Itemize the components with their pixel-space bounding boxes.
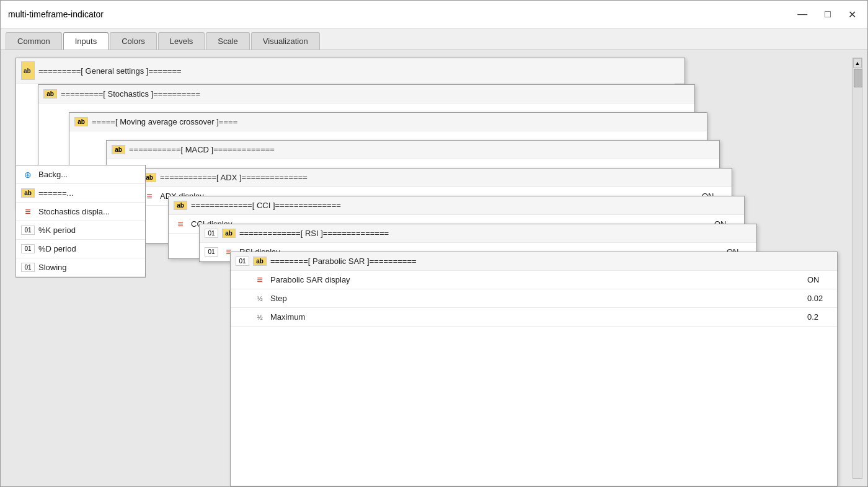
cci-header-label: =============[ CCI ]============== [191, 201, 739, 210]
title-bar: multi-timeframe-indicator — □ ✕ [1, 1, 867, 29]
content-area: ab =========[ General settings ]======= … [1, 50, 867, 486]
tab-inputs[interactable]: Inputs [63, 32, 108, 50]
step-value: 0.02 [807, 294, 832, 303]
cci-header-row: ab =============[ CCI ]============== [169, 196, 744, 215]
rsi-header-label: =============[ RSI ]============== [239, 229, 751, 238]
main-scrollbar[interactable]: ▲ [852, 58, 862, 479]
window-controls: — □ ✕ [794, 7, 860, 22]
macd-ab-icon: ab [112, 145, 125, 154]
scroll-thumb[interactable] [854, 69, 862, 87]
parabolic-header-row: 01 ab ========[ Parabolic SAR ]=========… [231, 252, 837, 271]
general-header-row: ab =========[ General settings ]======= [16, 58, 684, 84]
maximum-half-icon: ½ [253, 314, 267, 321]
parabolic-display-value: ON [807, 275, 832, 284]
close-button[interactable]: ✕ [844, 7, 860, 22]
main-window: multi-timeframe-indicator — □ ✕ Common I… [0, 0, 868, 487]
sidebar-panel: ⊕ Backg... ab ======... ≡ Stochastics di… [16, 165, 146, 278]
sidebar-stoch-label: Stochastics displa... [38, 207, 140, 216]
rsi-ab-icon: ab [222, 229, 236, 238]
tab-levels[interactable]: Levels [158, 32, 205, 50]
ab-icon: ab [21, 61, 35, 80]
cci-ab-icon: ab [174, 201, 187, 210]
moving-avg-header-row: ab =====[ Moving average crossover ]==== [69, 113, 707, 131]
stochastics-header-row: ab =========[ Stochastics ]========== [38, 85, 694, 103]
tab-bar: Common Inputs Colors Levels Scale Visual… [1, 29, 867, 50]
tab-visualization[interactable]: Visualization [251, 32, 320, 50]
step-label: Step [270, 294, 802, 303]
parabolic-ab-icon: ab [253, 257, 267, 266]
sidebar-ab-row: ab ======... [16, 184, 145, 203]
sidebar-lines-icon: ≡ [21, 206, 35, 217]
moving-avg-header-label: =====[ Moving average crossover ]==== [92, 117, 702, 126]
sidebar-slowing-label: Slowing [38, 263, 140, 272]
parabolic-display-label: Parabolic SAR display [270, 275, 802, 284]
parabolic-header-label: ========[ Parabolic SAR ]========== [270, 257, 832, 266]
maximum-label: Maximum [270, 312, 802, 322]
scroll-up-btn[interactable]: ▲ [853, 58, 862, 68]
adx-header-label: ============[ ADX ]============== [160, 173, 727, 182]
sidebar-stoch-disp-row: ≡ Stochastics displa... [16, 203, 145, 221]
sidebar-back-row: ⊕ Backg... [16, 165, 145, 184]
rsi-header-row: 01 ab =============[ RSI ]============== [200, 224, 756, 243]
window-title: multi-timeframe-indicator [8, 9, 104, 19]
moving-avg-ab-icon: ab [74, 117, 88, 126]
stochastics-header-label: =========[ Stochastics ]========== [61, 89, 689, 99]
tab-scale[interactable]: Scale [206, 32, 250, 50]
step-row: ½ Step 0.02 [231, 289, 837, 308]
tab-common[interactable]: Common [6, 32, 62, 50]
back-dots-icon: ⊕ [21, 170, 35, 180]
sidebar-ab-label: ======... [38, 188, 140, 198]
sidebar-slowing-01-icon: 01 [21, 263, 35, 272]
maximize-button[interactable]: □ [821, 7, 835, 21]
parabolic-display-row: ≡ Parabolic SAR display ON [231, 271, 837, 289]
minimize-button[interactable]: — [794, 7, 811, 21]
general-header-label: =========[ General settings ]======= [38, 66, 680, 76]
step-half-icon: ½ [253, 295, 267, 302]
sidebar-kperiod-01-icon: 01 [21, 226, 35, 235]
cci-lines-icon: ≡ [174, 219, 187, 230]
sidebar-slowing-row: 01 Slowing [16, 258, 145, 277]
sidebar-ab-icon: ab [21, 188, 35, 198]
panel-parabolic-sar: 01 ab ========[ Parabolic SAR ]=========… [230, 252, 838, 486]
sidebar-kperiod-row: 01 %K period [16, 221, 145, 240]
sidebar-dperiod-row: 01 %D period [16, 240, 145, 258]
sidebar-dperiod-label: %D period [38, 244, 140, 253]
macd-header-label: ===========[ MACD ]============= [129, 145, 714, 154]
macd-header-row: ab ===========[ MACD ]============= [107, 141, 719, 159]
rsi-display-01-icon: 01 [205, 247, 218, 257]
sidebar-kperiod-label: %K period [38, 226, 140, 235]
maximum-row: ½ Maximum 0.2 [231, 308, 837, 327]
back-label: Backg... [38, 170, 140, 179]
maximum-value: 0.2 [807, 312, 832, 322]
parabolic-01-icon: 01 [236, 257, 249, 266]
rsi-01-icon: 01 [205, 229, 218, 238]
adx-header-row: ab ============[ ADX ]============== [138, 169, 732, 187]
sidebar-dperiod-01-icon: 01 [21, 244, 35, 253]
tab-colors[interactable]: Colors [110, 32, 157, 50]
stochastics-ab-icon: ab [43, 89, 57, 99]
parabolic-lines-icon: ≡ [253, 274, 267, 286]
